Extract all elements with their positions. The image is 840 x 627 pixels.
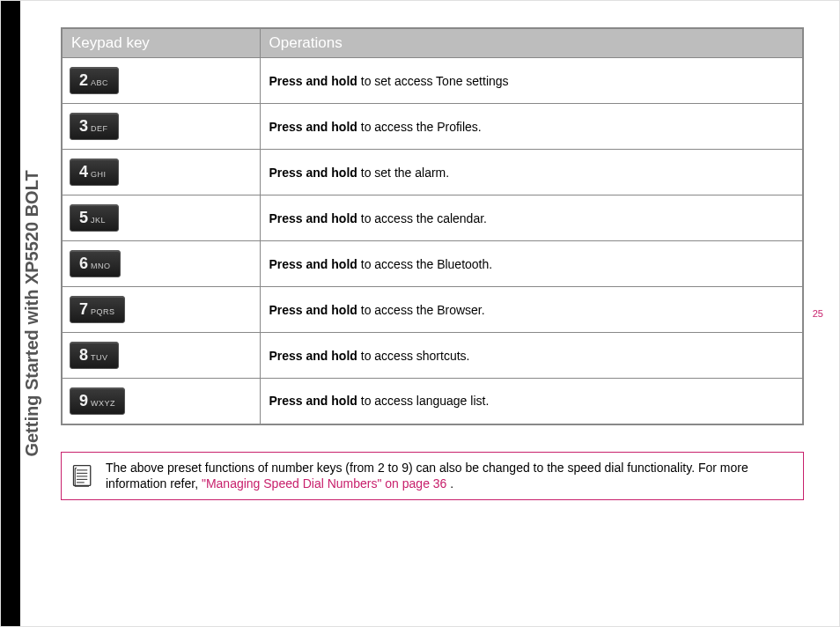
main-content: Keypad key Operations 2 ABC Press and ho…: [61, 1, 804, 500]
operation-rest: to access the calendar.: [357, 211, 487, 225]
left-black-bar: [1, 1, 20, 626]
key-digit: 5: [79, 209, 88, 227]
key-letters: JKL: [91, 216, 106, 225]
keypad-operations-table: Keypad key Operations 2 ABC Press and ho…: [61, 27, 804, 425]
operation-rest: to access shortcuts.: [357, 349, 470, 363]
operation-rest: to access language list.: [357, 394, 489, 408]
key-digit: 7: [79, 300, 88, 319]
operation-bold: Press and hold: [269, 74, 357, 88]
table-row: 5 JKL Press and hold to access the calen…: [62, 195, 803, 241]
keypad-key-7: 7 PQRS: [70, 296, 125, 323]
note-text: The above preset functions of number key…: [106, 460, 794, 493]
operation-bold: Press and hold: [269, 166, 357, 180]
key-digit: 4: [79, 163, 88, 181]
note-icon: [70, 463, 95, 488]
operation-bold: Press and hold: [269, 211, 357, 225]
keypad-key-8: 8 TUV: [70, 342, 119, 369]
table-row: 3 DEF Press and hold to access the Profi…: [62, 104, 803, 150]
operation-cell: Press and hold to access the Browser.: [260, 287, 803, 333]
keypad-key-3: 3 DEF: [70, 113, 119, 140]
side-section-label: Getting Started with XP5520 BOLT: [22, 170, 42, 456]
operation-rest: to set the alarm.: [357, 166, 449, 180]
table-header-key: Keypad key: [62, 28, 260, 58]
note-box: The above preset functions of number key…: [61, 452, 804, 501]
key-digit: 3: [79, 117, 88, 136]
table-row: 7 PQRS Press and hold to access the Brow…: [62, 287, 803, 333]
keypad-key-9: 9 WXYZ: [70, 387, 125, 415]
table-row: 4 GHI Press and hold to set the alarm.: [62, 150, 803, 195]
key-digit: 6: [79, 254, 88, 273]
key-letters: DEF: [91, 124, 108, 133]
keypad-key-5: 5 JKL: [70, 204, 119, 232]
key-letters: TUV: [91, 353, 108, 362]
operation-bold: Press and hold: [269, 120, 357, 134]
key-letters: MNO: [91, 262, 111, 270]
key-digit: 8: [79, 346, 88, 365]
table-row: 6 MNO Press and hold to access the Bluet…: [62, 241, 803, 287]
key-letters: PQRS: [91, 307, 115, 316]
table-row: 2 ABC Press and hold to set access Tone …: [62, 58, 803, 104]
key-digit: 9: [79, 392, 88, 410]
operation-rest: to access the Browser.: [357, 303, 485, 317]
operation-cell: Press and hold to access shortcuts.: [260, 333, 803, 379]
table-header-operations: Operations: [260, 28, 803, 58]
operation-bold: Press and hold: [269, 394, 357, 408]
note-post: .: [446, 476, 453, 491]
operation-cell: Press and hold to access the Profiles.: [260, 104, 803, 150]
keypad-key-6: 6 MNO: [70, 250, 121, 277]
operation-cell: Press and hold to set access Tone settin…: [260, 58, 803, 104]
operation-cell: Press and hold to access language list.: [260, 379, 803, 424]
operation-bold: Press and hold: [269, 303, 357, 317]
key-letters: ABC: [91, 78, 108, 87]
operation-cell: Press and hold to access the calendar.: [260, 195, 803, 241]
operation-bold: Press and hold: [269, 257, 357, 271]
operation-bold: Press and hold: [269, 349, 357, 363]
operation-cell: Press and hold to set the alarm.: [260, 150, 803, 195]
keypad-key-2: 2 ABC: [70, 67, 119, 94]
operation-rest: to access the Profiles.: [357, 120, 482, 134]
table-row: 9 WXYZ Press and hold to access language…: [62, 379, 803, 424]
keypad-key-4: 4 GHI: [70, 159, 119, 186]
operation-cell: Press and hold to access the Bluetooth.: [260, 241, 803, 287]
key-digit: 2: [79, 71, 88, 90]
operation-rest: to set access Tone settings: [357, 74, 509, 88]
operation-rest: to access the Bluetooth.: [357, 257, 492, 271]
key-letters: GHI: [91, 170, 107, 179]
key-letters: WXYZ: [91, 399, 115, 408]
page-number: 25: [813, 308, 823, 319]
note-link[interactable]: "Managing Speed Dial Numbers" on page 36: [202, 476, 446, 491]
table-row: 8 TUV Press and hold to access shortcuts…: [62, 333, 803, 379]
